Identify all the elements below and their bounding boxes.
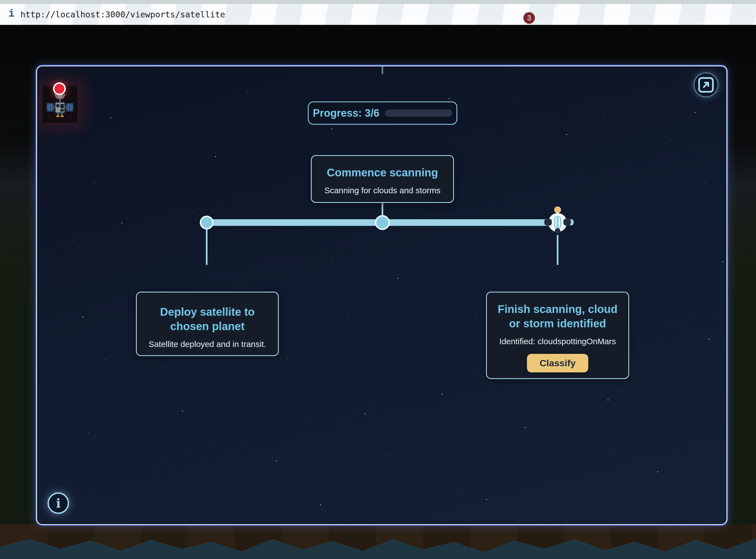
browser-toolbar: i http://localhost:3000/viewports/satell… [0,4,756,25]
timeline-node-satellite-icon [541,205,574,241]
classify-button[interactable]: Classify [527,354,588,373]
progress-bar-track [385,110,452,117]
progress-indicator: Progress: 3/6 [308,102,457,125]
timeline-connector-top [382,66,383,74]
info-button[interactable]: i [48,492,69,514]
timeline-node-scanning [375,215,390,230]
alert-dot-icon[interactable] [53,82,66,95]
step-description: Satellite deployed and in transit. [143,339,271,349]
step-card-deploy-satellite: Deploy satellite to chosen planet Satell… [136,292,279,356]
page-info-icon[interactable]: i [8,8,15,20]
satellite-viewport-panel: Progress: 3/6 Commence scanning Scanning… [36,66,727,525]
timeline-node-deploy [200,216,214,229]
expand-viewport-button[interactable] [694,73,717,96]
external-link-icon [698,77,714,93]
step-card-finish-scanning: Finish scanning, cloud or storm identifi… [486,292,629,379]
step-title: Commence scanning [318,165,447,180]
alerts-count-badge: 3 [523,12,535,24]
progress-label: Progress: 3/6 [313,107,379,119]
step-title: Finish scanning, cloud or storm identifi… [494,302,622,331]
url-field[interactable]: http://localhost:3000/viewports/satellit… [20,10,225,19]
window-top-strip [0,0,756,4]
step-card-commence-scanning: Commence scanning Scanning for clouds an… [311,155,454,203]
timeline-connector-left [206,229,208,265]
step-description: Scanning for clouds and storms [318,186,447,195]
info-icon: i [56,496,61,510]
step-description: Identified: cloudspottingOnMars [494,337,622,346]
step-title: Deploy satellite to chosen planet [143,305,271,333]
